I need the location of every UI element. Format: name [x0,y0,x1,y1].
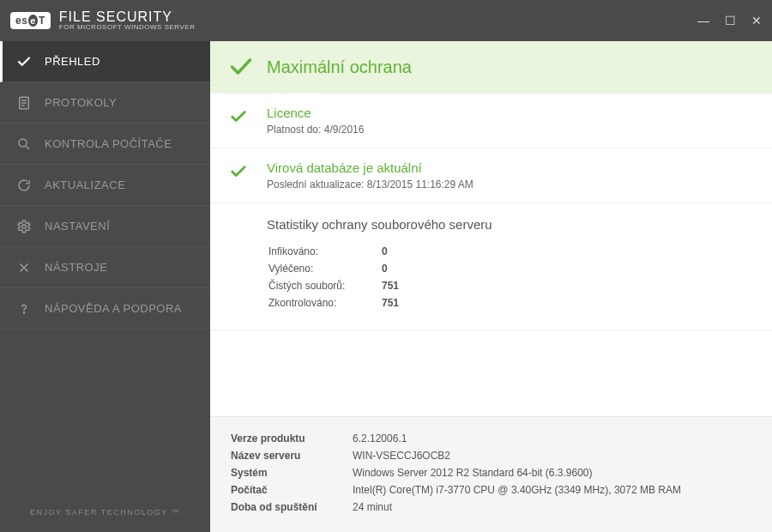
stats-value: 751 [382,295,399,311]
sidebar-item-label: NÁSTROJE [45,261,107,274]
sidebar-item-settings[interactable]: NASTAVENÍ [0,206,210,247]
svg-point-7 [23,311,24,312]
search-icon [15,136,33,153]
product-subtitle: FOR MICROSOFT WINDOWS SERVER [59,24,196,32]
stats-value: 0 [382,261,399,276]
title-bar: eseT FILE SECURITY FOR MICROSOFT WINDOWS… [0,0,772,41]
system-info-table: Verze produktu 6.2.12006.1 Název serveru… [229,429,683,517]
document-icon [15,94,33,112]
license-sub: Platnost do: 4/9/2016 [267,124,753,136]
system-info-footer: Verze produktu 6.2.12006.1 Název serveru… [210,416,772,532]
stats-title: Statistiky ochrany souborového serveru [267,217,753,232]
app-window: eseT FILE SECURITY FOR MICROSOFT WINDOWS… [0,0,772,532]
footer-label: Název serveru [231,448,351,463]
footer-label: Verze produktu [231,431,351,446]
stats-row: Čistých souborů: 751 [268,278,399,293]
sidebar-item-label: PROTOKOLY [45,96,117,109]
brand-text: FILE SECURITY FOR MICROSOFT WINDOWS SERV… [59,9,196,32]
database-sub-value: 8/13/2015 11:16:29 AM [367,178,473,190]
check-icon [15,53,33,70]
footer-row: Počítač Intel(R) Core(TM) i7-3770 CPU @ … [231,482,681,498]
footer-value: Intel(R) Core(TM) i7-3770 CPU @ 3.40GHz … [353,482,681,498]
refresh-icon [15,177,33,194]
sidebar-item-label: NASTAVENÍ [45,220,110,233]
sidebar: PŘEHLED PROTOKOLY KONTROLA POČÍTAČE [0,41,210,532]
question-icon [15,300,33,317]
main-panel: Maximální ochrana Licence Platnost do: 4… [210,41,772,532]
banner-title: Maximální ochrana [267,57,412,77]
stats-section: Statistiky ochrany souborového serveru I… [210,203,772,330]
footer-row: Název serveru WIN-VSECCJ6OCB2 [231,448,681,463]
database-sub: Poslední aktualizace: 8/13/2015 11:16:29… [267,178,753,190]
footer-value: Windows Server 2012 R2 Standard 64-bit (… [353,465,681,481]
sidebar-item-label: PŘEHLED [45,55,100,68]
stats-value: 751 [382,278,399,293]
minimize-button[interactable]: — [697,14,709,27]
check-icon [229,106,267,136]
license-title: Licence [267,106,753,120]
footer-label: Počítač [231,482,351,498]
footer-label: Systém [231,465,351,481]
close-button[interactable]: ✕ [751,14,762,27]
stats-table: Infikováno: 0 Vyléčeno: 0 Čistých soubor… [267,242,401,312]
check-icon [229,55,253,79]
sidebar-item-label: NÁPOVĚDA A PODPORA [45,302,182,315]
sidebar-item-label: AKTUALIZACE [45,178,125,191]
stats-row: Infikováno: 0 [268,244,399,259]
license-section: Licence Platnost do: 4/9/2016 [210,94,772,148]
stats-label: Vyléčeno: [268,261,380,276]
status-banner: Maximální ochrana [210,41,772,94]
window-controls: — ☐ ✕ [697,14,762,27]
sidebar-item-overview[interactable]: PŘEHLED [0,41,210,82]
sidebar-item-tools[interactable]: NÁSTROJE [0,247,210,288]
product-title: FILE SECURITY [59,9,196,25]
gear-icon [15,218,33,235]
database-section: Virová databáze je aktuální Poslední akt… [210,148,772,203]
sidebar-item-logs[interactable]: PROTOKOLY [0,82,210,124]
svg-point-4 [19,139,27,147]
footer-label: Doba od spuštění [231,499,351,515]
stats-label: Zkontrolováno: [268,295,380,311]
footer-value: WIN-VSECCJ6OCB2 [353,448,681,463]
body: PŘEHLED PROTOKOLY KONTROLA POČÍTAČE [0,41,772,532]
nav: PŘEHLED PROTOKOLY KONTROLA POČÍTAČE [0,41,210,493]
license-sub-value: 4/9/2016 [324,124,365,136]
sidebar-item-update[interactable]: AKTUALIZACE [0,165,210,206]
stats-value: 0 [382,244,399,259]
spacer [210,330,772,416]
sidebar-item-label: KONTROLA POČÍTAČE [45,137,172,150]
sidebar-item-help[interactable]: NÁPOVĚDA A PODPORA [0,288,210,329]
stats-label: Infikováno: [268,244,380,259]
database-sub-label: Poslední aktualizace: [267,178,364,190]
brand-logo: eseT [10,12,51,29]
stats-row: Vyléčeno: 0 [268,261,399,276]
footer-value: 6.2.12006.1 [353,431,681,446]
tools-icon [15,259,33,276]
svg-point-6 [22,224,27,228]
sidebar-footer: ENJOY SAFER TECHNOLOGY ™ [0,493,210,532]
footer-value: 24 minut [353,499,681,515]
maximize-button[interactable]: ☐ [725,14,736,27]
license-sub-label: Platnost do: [267,124,321,136]
footer-row: Systém Windows Server 2012 R2 Standard 6… [231,465,681,481]
check-icon [229,160,267,190]
svg-line-5 [26,146,29,149]
stats-row: Zkontrolováno: 751 [268,295,399,311]
footer-row: Doba od spuštění 24 minut [231,499,681,515]
stats-label: Čistých souborů: [268,278,380,293]
footer-row: Verze produktu 6.2.12006.1 [231,431,681,446]
sidebar-item-scan[interactable]: KONTROLA POČÍTAČE [0,124,210,165]
database-title: Virová databáze je aktuální [267,160,753,175]
